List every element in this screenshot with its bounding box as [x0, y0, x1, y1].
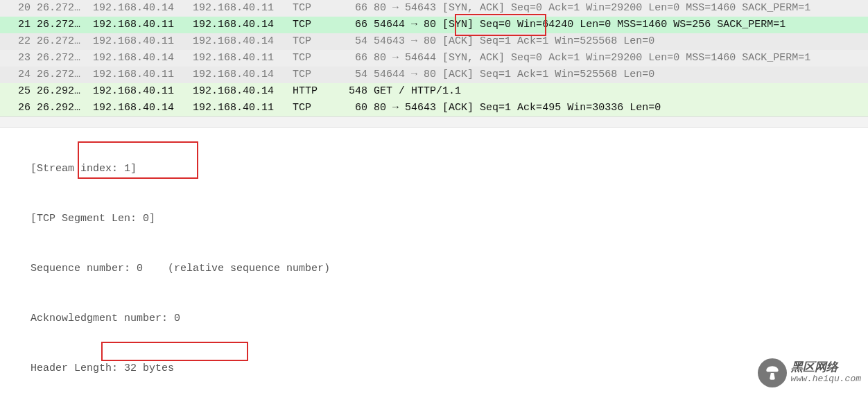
detail-hdr-length: Header Length: 32 bytes: [0, 360, 868, 377]
packet-row-selected[interactable]: 21 26.272… 192.168.40.11 192.168.40.14 T…: [0, 17, 868, 33]
detail-ack-number: Acknowledgment number: 0: [0, 311, 868, 327]
detail-tcp-seg-len: [TCP Segment Len: 0]: [0, 211, 868, 227]
packet-row[interactable]: 25 26.292… 192.168.40.11 192.168.40.14 H…: [0, 83, 868, 100]
packet-row[interactable]: 22 26.272… 192.168.40.11 192.168.40.14 T…: [0, 33, 868, 50]
packet-row[interactable]: 23 26.272… 192.168.40.14 192.168.40.11 T…: [0, 50, 868, 67]
packet-list[interactable]: 20 26.272… 192.168.40.14 192.168.40.11 T…: [0, 0, 868, 116]
packet-row[interactable]: 26 26.292… 192.168.40.14 192.168.40.11 T…: [0, 100, 868, 116]
packet-row[interactable]: 24 26.272… 192.168.40.11 192.168.40.14 T…: [0, 67, 868, 83]
watermark-title: 黑区网络: [791, 362, 861, 375]
pane-splitter[interactable]: [0, 116, 868, 128]
wireshark-window: { "packets": { "r1": " 20 26.272… 192.16…: [0, 0, 868, 393]
watermark-url: www.heiqu.com: [791, 374, 861, 384]
packet-details[interactable]: [Stream index: 1] [TCP Segment Len: 0] S…: [0, 128, 868, 393]
detail-seq-number: Sequence number: 0 (relative sequence nu…: [0, 261, 868, 277]
mushroom-icon: [758, 358, 787, 387]
watermark: 黑区网络 www.heiqu.com: [758, 358, 861, 387]
detail-stream-index: [Stream index: 1]: [0, 161, 868, 177]
packet-row[interactable]: 20 26.272… 192.168.40.14 192.168.40.11 T…: [0, 0, 868, 17]
